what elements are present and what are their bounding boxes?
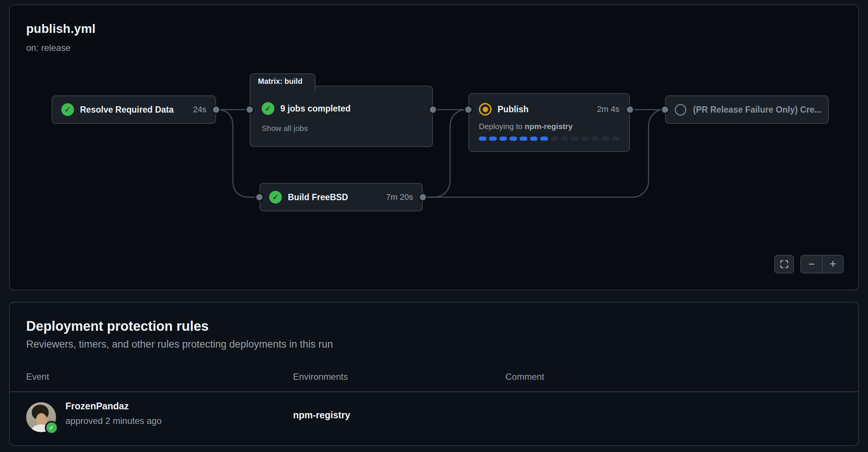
progress-segment xyxy=(571,137,578,141)
deploy-target: npm-registry xyxy=(525,122,573,131)
avatar: ✓ xyxy=(26,402,56,432)
job-node-build-freebsd[interactable]: ✓ Build FreeBSD 7m 20s xyxy=(259,183,423,211)
progress-segment xyxy=(530,137,538,141)
job-label: Build FreeBSD xyxy=(288,192,348,202)
progress-segment xyxy=(520,137,527,141)
graph-edges-layer xyxy=(10,5,858,290)
rules-subtitle: Reviewers, timers, and other rules prote… xyxy=(26,339,333,350)
zoom-button-group: − + xyxy=(800,255,844,274)
progress-segment xyxy=(551,137,558,141)
zoom-in-button[interactable]: + xyxy=(822,256,843,273)
matrix-group-tab: Matrix: build xyxy=(250,73,316,92)
in-progress-icon xyxy=(479,103,492,116)
approver-username: FrozenPandaz xyxy=(65,401,129,412)
column-header-comment: Comment xyxy=(505,372,544,382)
deploy-prefix: Deploying to xyxy=(479,122,525,131)
job-label: Publish xyxy=(498,104,529,114)
matrix-summary-row: ✓ 9 jobs completed xyxy=(262,102,421,115)
environment-name: npm-registry xyxy=(293,410,350,421)
zoom-out-button[interactable]: − xyxy=(801,256,822,273)
progress-segment xyxy=(561,137,568,141)
job-label: (PR Release Failure Only) Cre... xyxy=(693,105,822,115)
job-duration: 24s xyxy=(184,105,206,114)
show-all-jobs-link[interactable]: Show all jobs xyxy=(262,124,308,133)
success-check-icon: ✓ xyxy=(269,191,282,204)
progress-segment xyxy=(479,137,486,141)
job-duration: 7m 20s xyxy=(377,192,413,202)
progress-segment xyxy=(612,137,619,141)
column-header-environments: Environments xyxy=(293,372,348,382)
job-node-pr-release-failure[interactable]: (PR Release Failure Only) Cre... xyxy=(665,95,829,124)
deploy-status-line: Deploying to npm-registry xyxy=(479,122,619,131)
fullscreen-icon xyxy=(779,259,789,269)
deployment-protection-rules-panel: Deployment protection rules Reviewers, t… xyxy=(9,302,859,446)
progress-segment xyxy=(601,137,609,141)
approved-badge-icon: ✓ xyxy=(45,421,58,434)
pending-circle-icon xyxy=(675,104,686,116)
workflow-title: publish.yml xyxy=(26,22,96,36)
job-duration: 2m 4s xyxy=(588,104,619,114)
progress-segment xyxy=(540,137,548,141)
deploy-progress-bar xyxy=(479,137,619,141)
graph-controls: − + xyxy=(774,255,844,274)
approval-event-text: approved 2 minutes ago xyxy=(65,416,162,426)
job-node-resolve-required-data[interactable]: ✓ Resolve Required Data 24s xyxy=(52,95,216,124)
job-node-publish[interactable]: Publish 2m 4s Deploying to npm-registry xyxy=(468,93,630,152)
job-node-matrix-build[interactable]: ✓ 9 jobs completed Show all jobs xyxy=(250,86,433,147)
publish-title-row: Publish 2m 4s xyxy=(479,103,619,116)
workflow-graph-panel: publish.yml on: release ✓ Resolve Requir… xyxy=(9,4,859,290)
progress-segment xyxy=(581,137,589,141)
progress-segment xyxy=(499,137,507,141)
rules-title: Deployment protection rules xyxy=(26,318,209,334)
workflow-trigger: on: release xyxy=(26,43,71,53)
success-check-icon: ✓ xyxy=(61,103,74,116)
success-check-icon: ✓ xyxy=(262,102,274,115)
table-header-divider xyxy=(10,391,858,392)
column-header-event: Event xyxy=(26,372,49,382)
progress-segment xyxy=(489,137,496,141)
progress-segment xyxy=(510,137,517,141)
fullscreen-button[interactable] xyxy=(774,255,794,274)
matrix-summary: 9 jobs completed xyxy=(280,104,351,114)
progress-segment xyxy=(591,137,599,141)
job-label: Resolve Required Data xyxy=(80,105,174,115)
